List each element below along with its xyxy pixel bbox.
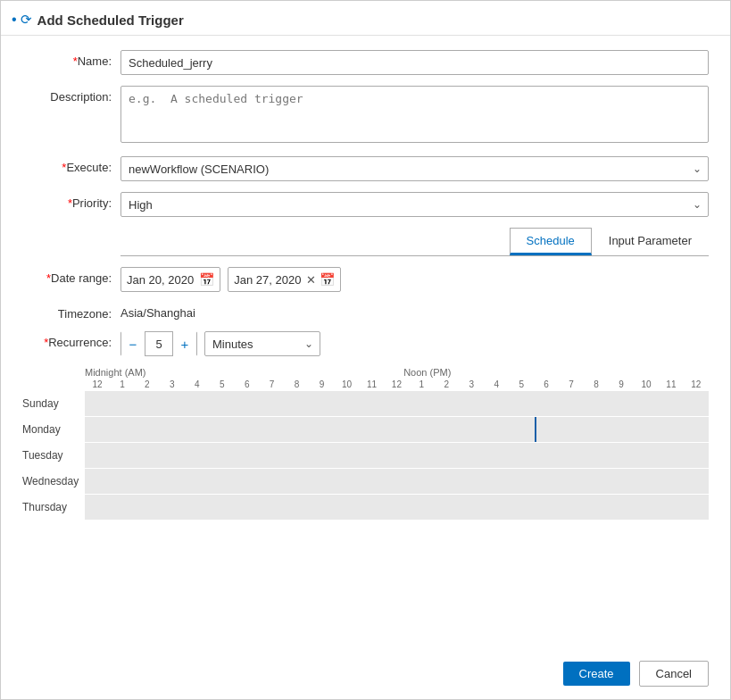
grid-cell[interactable] — [150, 469, 163, 494]
grid-cell[interactable] — [111, 443, 124, 468]
grid-cell[interactable] — [137, 443, 150, 468]
grid-cell[interactable] — [215, 469, 228, 494]
grid-cell[interactable] — [244, 417, 257, 442]
grid-cell[interactable] — [683, 417, 696, 442]
grid-cell[interactable] — [270, 417, 284, 442]
grid-cell[interactable] — [593, 469, 606, 494]
grid-cell[interactable] — [696, 469, 709, 494]
grid-cell[interactable] — [241, 469, 254, 494]
grid-cell[interactable] — [397, 391, 411, 416]
grid-cell[interactable] — [241, 391, 254, 416]
grid-cell[interactable] — [475, 391, 488, 416]
grid-cell[interactable] — [657, 417, 670, 442]
grid-cell[interactable] — [85, 495, 98, 520]
grid-cell[interactable] — [564, 417, 577, 442]
grid-cell[interactable] — [323, 417, 336, 442]
grid-cell[interactable] — [98, 495, 112, 520]
grid-cell[interactable] — [162, 391, 176, 416]
grid-cell[interactable] — [423, 443, 436, 468]
grid-cell[interactable] — [345, 495, 359, 520]
grid-cell[interactable] — [684, 469, 697, 494]
grid-cell[interactable] — [514, 391, 527, 416]
grid-cell[interactable] — [112, 417, 125, 442]
grid-cell[interactable] — [254, 391, 268, 416]
grid-cell[interactable] — [371, 391, 385, 416]
grid-cell[interactable] — [332, 391, 345, 416]
grid-cell[interactable] — [488, 495, 502, 520]
grid-cell[interactable] — [657, 495, 670, 520]
grid-cell[interactable] — [475, 495, 488, 520]
grid-cell[interactable] — [162, 469, 176, 494]
grid-cell[interactable] — [189, 495, 203, 520]
grid-cell[interactable] — [124, 469, 137, 494]
grid-cell[interactable] — [202, 495, 215, 520]
grid-cell[interactable] — [98, 391, 112, 416]
grid-cell[interactable] — [176, 443, 189, 468]
grid-cell[interactable] — [204, 417, 217, 442]
grid-cell[interactable] — [111, 391, 124, 416]
grid-cell[interactable] — [631, 469, 644, 494]
grid-cell[interactable] — [228, 391, 241, 416]
grid-cell[interactable] — [617, 417, 630, 442]
grid-cell[interactable] — [527, 443, 541, 468]
grid-cell[interactable] — [527, 469, 541, 494]
grid-cell[interactable] — [475, 443, 488, 468]
grid-cell[interactable] — [436, 495, 450, 520]
grid-cell[interactable] — [254, 495, 268, 520]
grid-cell[interactable] — [376, 417, 389, 442]
grid-cell[interactable] — [577, 417, 591, 442]
grid-cell[interactable] — [306, 443, 320, 468]
grid-cell[interactable] — [350, 417, 363, 442]
grid-cell[interactable] — [85, 443, 98, 468]
grid-cell[interactable] — [502, 391, 515, 416]
grid-cell[interactable] — [631, 391, 644, 416]
grid-cell[interactable] — [540, 391, 553, 416]
grid-cell[interactable] — [657, 469, 670, 494]
name-input[interactable] — [120, 50, 709, 75]
grid-cell[interactable] — [202, 391, 215, 416]
grid-cell[interactable] — [176, 469, 189, 494]
grid-cell[interactable] — [502, 469, 515, 494]
grid-cell[interactable] — [202, 443, 215, 468]
date-end-clear-icon[interactable]: ✕ — [306, 273, 316, 287]
grid-cell[interactable] — [579, 469, 593, 494]
grid-cell[interactable] — [267, 391, 280, 416]
grid-cell[interactable] — [254, 469, 268, 494]
grid-cell[interactable] — [98, 417, 112, 442]
grid-cell[interactable] — [670, 469, 684, 494]
cancel-button[interactable]: Cancel — [639, 661, 709, 687]
grid-cell[interactable] — [410, 443, 423, 468]
grid-cell[interactable] — [449, 495, 462, 520]
grid-cell[interactable] — [162, 443, 176, 468]
grid-cell[interactable] — [514, 469, 527, 494]
grid-cell[interactable] — [283, 417, 296, 442]
grid-cell[interactable] — [137, 417, 151, 442]
grid-cell[interactable] — [332, 469, 345, 494]
grid-cell[interactable] — [423, 469, 436, 494]
grid-cell[interactable] — [410, 391, 423, 416]
grid-cell[interactable] — [566, 391, 579, 416]
grid-cell[interactable] — [296, 417, 310, 442]
grid-cell[interactable] — [267, 495, 280, 520]
grid-cell[interactable] — [488, 391, 502, 416]
grid-cell[interactable] — [410, 495, 423, 520]
grid-cell[interactable] — [416, 417, 429, 442]
grid-cell[interactable] — [553, 495, 567, 520]
grid-cell[interactable] — [111, 495, 124, 520]
grid-cell[interactable] — [593, 495, 606, 520]
grid-cell[interactable] — [429, 417, 443, 442]
grid-cell[interactable] — [644, 391, 658, 416]
grid-cell[interactable] — [319, 391, 332, 416]
grid-cell[interactable] — [293, 391, 306, 416]
grid-cell[interactable] — [215, 495, 228, 520]
grid-cell[interactable] — [619, 443, 632, 468]
grid-cell[interactable] — [280, 443, 294, 468]
grid-cell[interactable] — [397, 443, 411, 468]
grid-cell[interactable] — [371, 443, 385, 468]
grid-cell[interactable] — [345, 443, 359, 468]
grid-cell[interactable] — [164, 417, 178, 442]
grid-cell[interactable] — [442, 417, 455, 442]
grid-cell[interactable] — [605, 443, 619, 468]
grid-cell[interactable] — [644, 443, 658, 468]
grid-cell[interactable] — [462, 391, 476, 416]
